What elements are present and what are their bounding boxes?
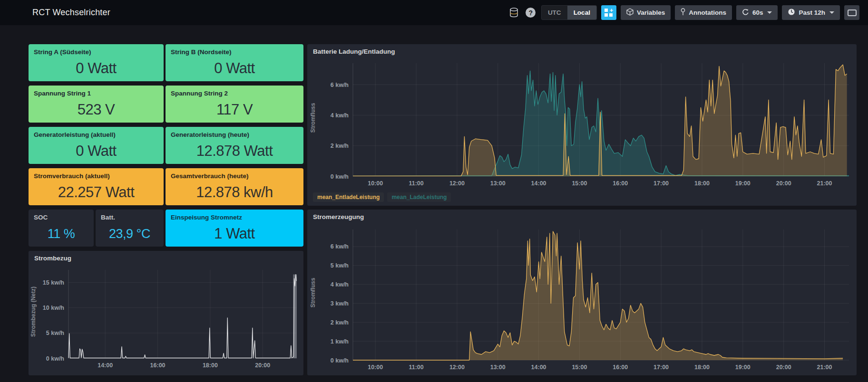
svg-text:16:00: 16:00 (150, 362, 166, 369)
svg-text:21:00: 21:00 (817, 364, 832, 371)
stat-title[interactable]: Stromverbrauch (aktuell) (34, 172, 110, 180)
stat-value: 1 Watt (166, 224, 303, 244)
svg-text:10:00: 10:00 (368, 180, 383, 187)
svg-text:14:00: 14:00 (531, 180, 546, 187)
svg-text:4 kw/h: 4 kw/h (331, 112, 349, 119)
svg-text:11:00: 11:00 (409, 364, 423, 371)
annotations-label: Annotations (689, 9, 726, 16)
stat-value: 12.878 Watt (166, 141, 303, 161)
utc-toggle-option[interactable]: UTC (542, 6, 567, 19)
stat-string-b: String B (Nordseite) 0 Watt (166, 44, 303, 81)
svg-text:15:00: 15:00 (572, 180, 587, 187)
chevron-down-icon (829, 11, 834, 14)
stat-value: 11 % (29, 224, 94, 244)
svg-text:14:00: 14:00 (531, 364, 546, 371)
svg-text:20:00: 20:00 (776, 180, 791, 187)
legend-item-ladeleistung[interactable]: mean_LadeLeistung (387, 192, 451, 202)
panel-batterie-ladung-entladung: Batterie Ladung/Entladung Stromfluss 10:… (307, 44, 857, 206)
variables-label: Variables (637, 9, 665, 16)
svg-text:1 kw/h: 1 kw/h (331, 338, 349, 345)
stat-value: 0 Watt (29, 141, 164, 161)
top-navbar: RCT Wechselrichter ? UTC Local + (0, 0, 868, 25)
svg-text:15 kw/h: 15 kw/h (43, 279, 64, 286)
time-range-label: Past 12h (799, 9, 825, 16)
svg-text:18:00: 18:00 (694, 180, 710, 187)
refresh-interval-label: 60s (752, 9, 763, 16)
batterie-chart-canvas[interactable]: 10:0011:0012:0013:0014:0015:0016:0017:00… (307, 58, 857, 189)
kiosk-frame-icon (848, 10, 857, 16)
add-panel-button[interactable]: + (601, 5, 616, 20)
stat-title[interactable]: String B (Nordseite) (171, 48, 232, 56)
refresh-interval-button[interactable]: 60s (736, 5, 778, 20)
svg-text:10 kw/h: 10 kw/h (43, 305, 64, 311)
stat-value: 0 Watt (166, 58, 303, 78)
dashboard-title[interactable]: RCT Wechselrichter (32, 8, 110, 18)
refresh-icon (742, 9, 749, 17)
strombezug-chart-canvas[interactable]: 14:0016:0018:0020:000 kw/h5 kw/h10 kw/h1… (29, 264, 303, 372)
stat-title[interactable]: Einspeisung Stromnetz (171, 214, 242, 221)
stat-generatorleistung-heute: Generatorleistung (heute) 12.878 Watt (166, 127, 303, 164)
svg-text:20:00: 20:00 (776, 364, 791, 371)
stat-gesamtverbrauch-heute: Gesamtverbrauch (heute) 12.878 kw/h (166, 168, 303, 205)
kiosk-mode-button[interactable] (844, 5, 859, 20)
clock-icon (788, 8, 795, 17)
navbar-actions: ? UTC Local + Variables (508, 0, 859, 25)
svg-text:2 kw/h: 2 kw/h (331, 319, 349, 326)
stat-value: 22.257 Watt (29, 182, 164, 202)
svg-text:19:00: 19:00 (735, 364, 751, 371)
svg-text:5 kw/h: 5 kw/h (331, 262, 349, 269)
panel-stromerzeugung: Stromerzeugung Stromfluss 10:0011:0012:0… (307, 210, 857, 375)
panel-title[interactable]: Strombezug (34, 255, 71, 262)
svg-text:0 kw/h: 0 kw/h (46, 355, 64, 362)
svg-text:12:00: 12:00 (449, 180, 465, 187)
stat-string-a: String A (Südseite) 0 Watt (29, 44, 164, 81)
time-range-button[interactable]: Past 12h (782, 5, 840, 20)
svg-text:12:00: 12:00 (449, 364, 465, 371)
datasource-icon[interactable] (508, 7, 520, 19)
stat-title[interactable]: Generatorleistung (heute) (171, 131, 249, 138)
stat-spannung-string-2: Spannung String 2 117 V (166, 86, 303, 123)
svg-text:4 kw/h: 4 kw/h (331, 281, 349, 288)
stat-title[interactable]: Spannung String 2 (171, 90, 228, 97)
stat-title[interactable]: Gesamtverbrauch (heute) (171, 172, 249, 180)
stat-title[interactable]: Spannung String 1 (34, 90, 91, 97)
svg-text:18:00: 18:00 (694, 364, 710, 371)
stat-title[interactable]: Batt. (101, 214, 115, 221)
grafana-dashboard: RCT Wechselrichter ? UTC Local + (0, 0, 868, 382)
stat-spannung-string-1: Spannung String 1 523 V (29, 86, 164, 123)
stat-stromverbrauch-aktuell: Stromverbrauch (aktuell) 22.257 Watt (29, 168, 164, 205)
stat-title[interactable]: String A (Südseite) (34, 48, 91, 56)
stat-generatorleistung-aktuell: Generatorleistung (aktuell) 0 Watt (29, 127, 164, 164)
add-panel-icon: + (605, 9, 613, 17)
legend-item-entladeleistung[interactable]: mean_EntladeLeistung (313, 192, 384, 202)
svg-text:11:00: 11:00 (409, 180, 423, 187)
panel-title[interactable]: Batterie Ladung/Entladung (313, 48, 395, 55)
svg-text:15:00: 15:00 (572, 364, 587, 371)
stat-title[interactable]: SOC (34, 214, 48, 221)
panel-strombezug: Strombezug Strombezug (Netz) 14:0016:001… (29, 251, 303, 375)
svg-text:19:00: 19:00 (735, 180, 751, 187)
stat-value: 12.878 kw/h (166, 182, 303, 202)
stat-title[interactable]: Generatorleistung (aktuell) (34, 131, 116, 138)
variables-button[interactable]: Variables (621, 5, 671, 20)
pin-icon (681, 8, 685, 17)
chevron-down-icon (767, 11, 772, 14)
svg-text:20:00: 20:00 (255, 362, 270, 369)
help-icon[interactable]: ? (525, 7, 537, 19)
stat-value: 0 Watt (29, 58, 164, 78)
svg-text:3 kw/h: 3 kw/h (331, 300, 349, 307)
annotations-button[interactable]: Annotations (675, 5, 732, 20)
svg-text:10:00: 10:00 (368, 364, 383, 371)
stat-soc: SOC 11 % (29, 210, 94, 247)
svg-text:0 kw/h: 0 kw/h (331, 357, 349, 364)
svg-text:13:00: 13:00 (490, 364, 506, 371)
stromerzeugung-chart-canvas[interactable]: 10:0011:0012:0013:0014:0015:0016:0017:00… (307, 224, 857, 372)
stat-value: 117 V (166, 100, 303, 120)
local-toggle-option[interactable]: Local (567, 6, 596, 19)
svg-text:0 kw/h: 0 kw/h (331, 173, 349, 180)
panel-title[interactable]: Stromerzeugung (313, 213, 364, 220)
stat-value: 23,9 °C (96, 224, 164, 244)
svg-text:13:00: 13:00 (490, 180, 506, 187)
stat-batt-temp: Batt. 23,9 °C (96, 210, 164, 247)
svg-text:2 kw/h: 2 kw/h (331, 143, 349, 149)
